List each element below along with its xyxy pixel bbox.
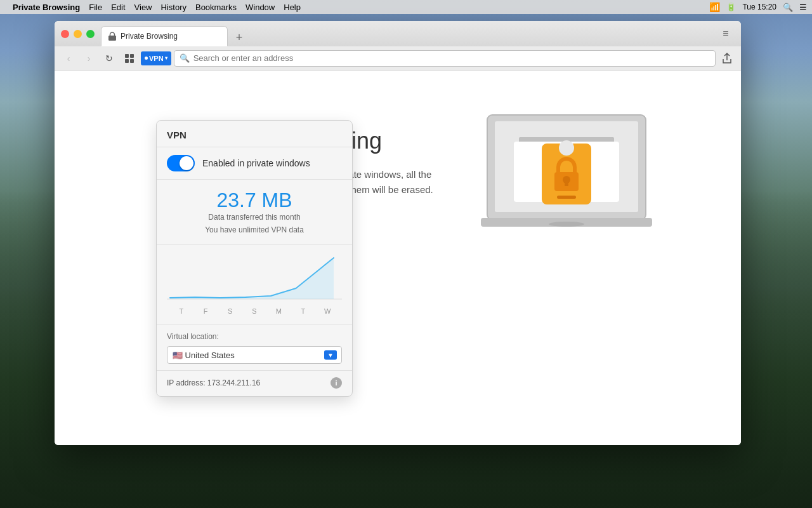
window-controls [61, 30, 95, 38]
tab-favicon [108, 32, 117, 41]
vpn-toggle-row: Enabled in private windows [157, 147, 352, 180]
vpn-active-dot [145, 57, 148, 60]
chart-day-1: T [169, 307, 193, 315]
back-button[interactable]: ‹ [60, 50, 77, 67]
menu-history[interactable]: History [161, 3, 187, 12]
svg-point-11 [549, 222, 584, 227]
vpn-panel: VPN Enabled in private windows 23.7 MB D… [156, 120, 353, 397]
menu-view[interactable]: View [134, 3, 152, 12]
vpn-chart: T F S S M T W [157, 245, 352, 324]
svg-rect-1 [125, 54, 129, 58]
desktop: Private Browsing File Edit View History … [0, 0, 812, 508]
vpn-unlimited-text: You have unlimited VPN data [167, 225, 342, 234]
svg-rect-4 [130, 59, 134, 63]
menu-window[interactable]: Window [246, 3, 275, 12]
share-button[interactable] [718, 50, 736, 67]
address-bar[interactable]: 🔍 [174, 50, 716, 67]
reload-button[interactable]: ↻ [100, 50, 118, 67]
browser-content: ...sing all private windows, all thed wi… [55, 70, 741, 445]
close-button[interactable] [61, 30, 69, 38]
menu-file[interactable]: File [89, 3, 102, 12]
browser-window: Private Browsing + ≡ ‹ › ↻ [55, 21, 741, 445]
menubar: Private Browsing File Edit View History … [0, 0, 812, 14]
lock-illustration [481, 102, 652, 242]
vpn-toggle-label: Enabled in private windows [202, 158, 310, 168]
menubar-right: 📶 🔋 Tue 15:20 🔍 ☰ [709, 2, 807, 12]
spotlight-search-icon[interactable]: 🔍 [783, 3, 793, 12]
svg-point-13 [559, 140, 574, 156]
new-tab-button[interactable]: + [230, 29, 248, 46]
location-label: Virtual location: [167, 332, 342, 341]
menu-bookmarks[interactable]: Bookmarks [195, 3, 237, 12]
tab-controls: ≡ [717, 25, 735, 43]
chart-day-2: F [193, 307, 218, 315]
svg-rect-16 [565, 181, 568, 186]
vpn-badge-label: VPN [149, 55, 164, 62]
chart-day-7: W [315, 307, 339, 315]
menubar-time: Tue 15:20 [742, 3, 776, 11]
svg-rect-3 [125, 59, 129, 63]
menu-help[interactable]: Help [284, 3, 301, 12]
tab-private-browsing[interactable]: Private Browsing [101, 26, 228, 46]
chart-days: T F S S M T W [167, 305, 342, 321]
svg-rect-0 [108, 36, 116, 41]
menu-hamburger-button[interactable]: ≡ [717, 25, 735, 43]
forward-button[interactable]: › [80, 50, 98, 67]
vpn-data-amount: 23.7 MB [167, 190, 342, 210]
wifi-icon: 📶 [709, 2, 720, 12]
location-select-wrapper[interactable]: Optimal location 🇺🇸 United States 🇨🇦 Can… [167, 346, 342, 364]
ip-info-button[interactable]: i [331, 377, 342, 389]
vpn-stats: 23.7 MB Data transferred this month You … [157, 180, 352, 245]
notification-center-icon[interactable]: ☰ [799, 3, 807, 12]
search-icon: 🔍 [180, 53, 190, 63]
virtual-location-section: Virtual location: Optimal location 🇺🇸 Un… [157, 324, 352, 371]
page-content: ...sing all private windows, all thed wi… [55, 70, 741, 445]
svg-rect-17 [557, 196, 576, 199]
svg-marker-19 [170, 258, 334, 299]
chart-day-3: S [218, 307, 242, 315]
minimize-button[interactable] [74, 30, 82, 38]
location-select[interactable]: Optimal location 🇺🇸 United States 🇨🇦 Can… [167, 346, 342, 364]
menu-edit[interactable]: Edit [111, 3, 125, 12]
svg-rect-2 [130, 54, 134, 58]
chart-day-5: M [267, 307, 291, 315]
maximize-button[interactable] [86, 30, 95, 38]
tabs-bar: Private Browsing + [101, 21, 717, 46]
tab-title: Private Browsing [121, 32, 221, 41]
address-input[interactable] [193, 53, 710, 63]
speed-dial-button[interactable] [121, 50, 138, 67]
vpn-badge-button[interactable]: VPN ▾ [141, 51, 171, 65]
vpn-data-label: Data transferred this month [167, 213, 342, 222]
battery-icon: 🔋 [726, 3, 736, 11]
vpn-toggle-switch[interactable] [167, 155, 195, 171]
toolbar: ‹ › ↻ VPN ▾ 🔍 [55, 46, 741, 70]
menu-items: Private Browsing File Edit View History … [13, 3, 301, 12]
menu-opera[interactable]: Private Browsing [13, 3, 80, 12]
chart-day-6: T [291, 307, 315, 315]
vpn-chevron-icon: ▾ [165, 55, 167, 61]
ip-address-text: IP address: 173.244.211.16 [167, 378, 260, 387]
vpn-panel-header: VPN [157, 121, 352, 147]
chart-day-4: S [242, 307, 266, 315]
ip-address-row: IP address: 173.244.211.16 i [157, 371, 352, 396]
titlebar: Private Browsing + ≡ [55, 21, 741, 46]
